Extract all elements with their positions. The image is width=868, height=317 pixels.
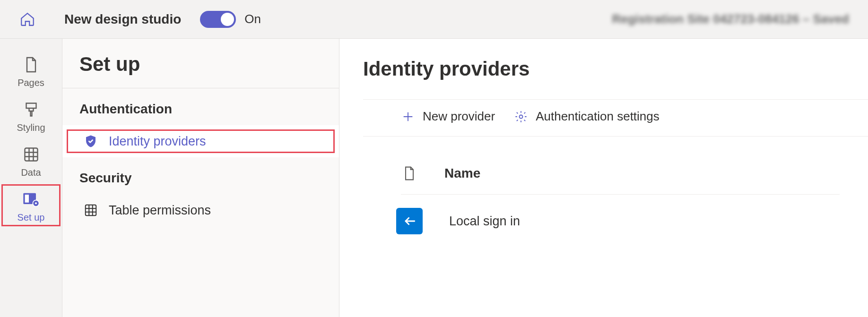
table-header-row: Name — [401, 165, 840, 195]
studio-toggle[interactable] — [200, 11, 236, 28]
section-security: Security — [62, 157, 339, 194]
new-provider-button[interactable]: New provider — [401, 109, 495, 124]
page-icon — [21, 55, 41, 75]
cmd-label: Authentication settings — [536, 109, 660, 124]
rail-label: Pages — [17, 77, 44, 88]
side-panel: Set up Authentication Identity providers… — [62, 39, 339, 317]
page-title: Identity providers — [363, 58, 868, 80]
brush-icon — [21, 100, 41, 120]
studio-toggle-label: On — [244, 12, 261, 26]
svg-rect-5 — [86, 205, 96, 216]
sidebar-item-label: Table permissions — [109, 203, 211, 218]
setup-icon — [21, 189, 41, 209]
section-authentication: Authentication — [62, 88, 339, 125]
svg-point-6 — [520, 115, 523, 118]
left-rail: Pages Styling Data Set up — [0, 39, 62, 317]
table-row[interactable]: Local sign in — [401, 195, 840, 248]
command-bar: New provider Authentication settings — [363, 99, 868, 137]
row-name: Local sign in — [449, 214, 520, 229]
grid-icon — [21, 145, 41, 164]
rail-item-pages[interactable]: Pages — [0, 48, 62, 93]
svg-rect-2 — [25, 195, 28, 203]
main-area: Identity providers New provider Authenti… — [339, 39, 868, 317]
sidebar-item-table-permissions[interactable]: Table permissions — [62, 194, 339, 226]
svg-rect-0 — [25, 148, 37, 161]
rail-label: Data — [21, 167, 41, 178]
table-icon — [83, 203, 98, 218]
sidebar-item-label: Identity providers — [109, 134, 206, 149]
auth-settings-button[interactable]: Authentication settings — [514, 109, 660, 124]
svg-point-4 — [35, 202, 37, 204]
studio-title: New design studio — [64, 12, 181, 27]
plus-icon — [401, 110, 415, 124]
local-signin-icon — [396, 208, 423, 234]
side-panel-title: Set up — [62, 53, 339, 88]
studio-toggle-wrap: On — [200, 11, 261, 28]
gear-icon — [514, 110, 528, 124]
site-name: Registration Site 042723-084126 – Saved — [612, 12, 849, 26]
rail-label: Set up — [17, 212, 45, 223]
rail-item-data[interactable]: Data — [0, 138, 62, 183]
column-header-name[interactable]: Name — [444, 166, 480, 181]
providers-table: Name Local sign in — [363, 137, 868, 248]
document-icon — [401, 165, 418, 182]
rail-item-setup[interactable]: Set up — [0, 183, 62, 228]
home-icon[interactable] — [19, 11, 36, 28]
sidebar-item-identity-providers[interactable]: Identity providers — [62, 125, 339, 157]
cmd-label: New provider — [423, 109, 495, 124]
top-bar: New design studio On Registration Site 0… — [0, 0, 868, 39]
rail-label: Styling — [17, 122, 45, 133]
shield-check-icon — [83, 134, 98, 149]
rail-item-styling[interactable]: Styling — [0, 93, 62, 138]
